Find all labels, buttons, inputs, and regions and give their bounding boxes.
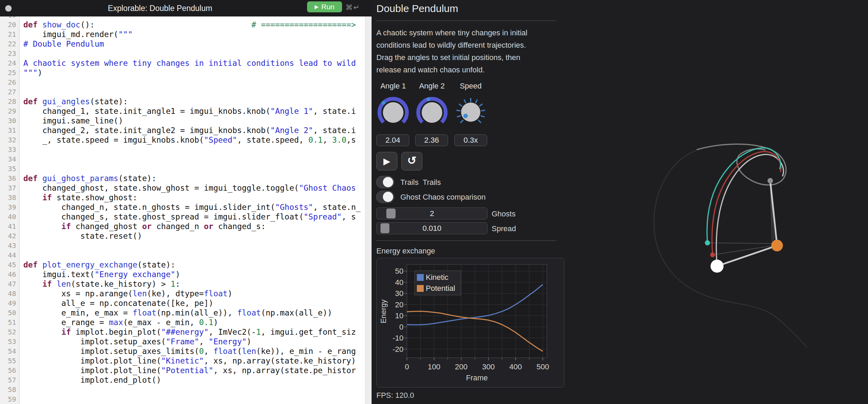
legend-item-kinetic[interactable]: Kinetic [417, 273, 448, 282]
ghost-toggle[interactable] [376, 191, 394, 203]
main-arm2 [717, 246, 777, 266]
line-number: 19 [0, 16, 20, 20]
line-number: 55 [0, 356, 20, 366]
play-button[interactable]: ▶ [376, 152, 397, 170]
code-line-text: implot.setup_axes("Frame", "Energy") [20, 337, 251, 346]
code-line-text: implot.plot_line("Kinetic", xs, np.array… [20, 356, 356, 366]
ghosts-slider-label: Ghosts [492, 210, 516, 218]
line-number: 20 [0, 20, 20, 29]
energy-plot-panel[interactable]: 50403020100-10-200100200300400500 Energy… [376, 258, 564, 388]
line-number: 37 [0, 183, 20, 193]
angle2-value-field[interactable]: 2.36 [415, 134, 448, 146]
legend-swatch [417, 285, 424, 292]
code-line-text [20, 241, 23, 250]
app-root: Explorable: Double Pendulum ▶ Run ⌘↵ 192… [0, 0, 868, 404]
code-line: 43 [0, 241, 365, 250]
angle2-knob[interactable] [415, 96, 448, 129]
knob-label-angle2: Angle 2 [415, 82, 448, 91]
bob2-white[interactable] [711, 260, 724, 273]
line-number: 49 [0, 298, 20, 308]
line-number: 44 [0, 250, 20, 260]
code-line-text: def plot_energy_exchange(state): [20, 260, 175, 270]
code-line-text [20, 250, 23, 260]
code-line: 19 [0, 16, 365, 20]
speed-value-field[interactable]: 0.3x [454, 134, 487, 146]
code-line: 25""") [0, 68, 365, 78]
code-line-text: e_range = max(e_max - e_min, 0.1) [20, 318, 218, 327]
spread-slider-value: 0.010 [377, 224, 487, 233]
y-tick-label: 40 [395, 278, 403, 287]
code-line: 51 e_range = max(e_max - e_min, 0.1) [0, 318, 365, 327]
code-line: 36def gui_ghost_params(state): [0, 174, 365, 183]
code-line: 45def plot_energy_exchange(state): [0, 260, 365, 270]
chart-legend[interactable]: KineticPotential [414, 271, 461, 295]
line-number: 59 [0, 394, 20, 404]
reset-button[interactable]: ↺ [401, 152, 422, 170]
line-number: 33 [0, 145, 20, 154]
code-line-text: implot.setup_axes_limits(0, float(len(ke… [20, 346, 356, 356]
code-line-text: if implot.begin_plot("##energy", ImVec2(… [20, 327, 356, 337]
code-line: 58 [0, 385, 365, 394]
code-line-text: imgui_md.render(""" [20, 29, 133, 39]
page-title: Double Pendulum [376, 3, 458, 14]
line-number: 34 [0, 154, 20, 164]
code-line: 21 imgui_md.render(""" [0, 29, 365, 39]
line-number: 29 [0, 106, 20, 116]
code-line-text: state.reset() [20, 231, 142, 241]
trails-toggle-knob [383, 177, 393, 187]
code-line: 55 implot.plot_line("Kinetic", xs, np.ar… [0, 356, 365, 366]
x-tick-label: 400 [509, 363, 522, 371]
line-number: 42 [0, 231, 20, 241]
run-button[interactable]: ▶ Run [307, 1, 342, 12]
code-line-text: if state.show_ghost: [20, 193, 137, 202]
line-number: 40 [0, 212, 20, 222]
line-number: 57 [0, 375, 20, 385]
code-line-text: changed_1, state.init_angle1 = imgui_kno… [20, 106, 356, 116]
code-line: 40 changed_s, state.ghost_spread = imgui… [0, 212, 365, 222]
run-shortcut: ⌘↵ [345, 3, 360, 12]
energy-section-title: Energy exchange [376, 247, 435, 256]
code-line: 27 [0, 87, 365, 97]
code-line-text: """) [20, 68, 42, 78]
editor-scrollbar[interactable] [365, 16, 372, 404]
code-line-text: implot.end_plot() [20, 375, 161, 385]
ghosts-slider[interactable]: 2 [376, 207, 488, 219]
code-line: 54 implot.setup_axes_limits(0, float(len… [0, 346, 365, 356]
code-line: 48 xs = np.arange(len(ke), dtype=float) [0, 289, 365, 298]
code-line: 56 implot.plot_line("Potential", xs, np.… [0, 366, 365, 375]
angle1-knob[interactable] [377, 96, 410, 129]
y-tick-label: 0 [399, 323, 403, 331]
speed-knob-face[interactable] [461, 103, 480, 122]
code-line: 24A chaotic system where tiny changes in… [0, 58, 365, 68]
bob1-orange[interactable] [771, 240, 783, 251]
code-line-text [20, 78, 23, 87]
angle1-knob-face[interactable] [383, 102, 403, 123]
angle2-knob-face[interactable] [422, 102, 442, 123]
app-panel: Double Pendulum A chaotic system where t… [372, 0, 868, 404]
line-number: 35 [0, 164, 20, 174]
spread-slider-label: Spread [492, 224, 516, 233]
trails-toggle[interactable] [376, 176, 394, 188]
code-line: 53 implot.setup_axes("Frame", "Energy") [0, 337, 365, 346]
legend-label: Potential [426, 284, 455, 293]
code-line-text: xs = np.arange(len(ke), dtype=float) [20, 289, 232, 298]
fps-counter: FPS: 120.0 [376, 391, 414, 400]
pivot-point [767, 178, 773, 183]
speed-knob[interactable] [454, 96, 487, 129]
section-divider [376, 240, 556, 241]
description-text: A chaotic system where tiny changes in i… [376, 27, 562, 76]
line-number: 50 [0, 308, 20, 318]
knob-label-angle1: Angle 1 [377, 82, 410, 91]
line-number: 45 [0, 260, 20, 270]
line-number: 21 [0, 29, 20, 39]
angle1-value-field[interactable]: 2.04 [376, 134, 409, 146]
y-tick-label: -20 [392, 345, 403, 354]
legend-item-potential[interactable]: Potential [417, 284, 455, 293]
code-editor[interactable]: 1920def show_doc(): # ==================… [0, 16, 372, 404]
spread-slider[interactable]: 0.010 [376, 222, 488, 234]
energy-chart[interactable]: 50403020100-10-200100200300400500 [377, 258, 565, 388]
line-number: 26 [0, 78, 20, 87]
code-lines: 1920def show_doc(): # ==================… [0, 16, 365, 404]
code-line: 33 [0, 145, 365, 154]
angle2-knob-dot [426, 97, 430, 101]
